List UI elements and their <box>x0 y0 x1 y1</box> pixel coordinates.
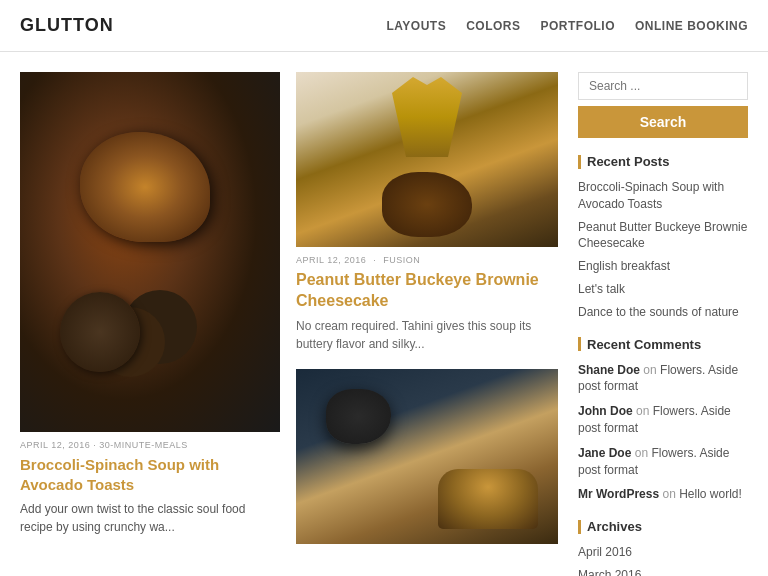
food-image-3 <box>296 369 558 544</box>
main-nav: LAYOUTS COLORS PORTFOLIO ONLINE BOOKING <box>386 19 748 33</box>
comment-4: Mr WordPress on Hello world! <box>578 486 748 503</box>
archives-title: Archives <box>578 519 748 534</box>
meta-separator: · <box>373 255 376 265</box>
post-excerpt-1: No cream required. Tahini gives this sou… <box>296 317 558 353</box>
comment-2-author: John Doe <box>578 404 633 418</box>
comment-4-on: on <box>662 487 679 501</box>
comment-1-on: on <box>643 363 660 377</box>
recent-post-3[interactable]: English breakfast <box>578 258 748 275</box>
comment-2-on: on <box>636 404 653 418</box>
post-card-1: APRIL 12, 2016 · FUSION Peanut Butter Bu… <box>296 72 558 353</box>
archive-1[interactable]: April 2016 <box>578 544 748 561</box>
recent-post-5[interactable]: Dance to the sounds of nature <box>578 304 748 321</box>
recent-posts-title: Recent Posts <box>578 154 748 169</box>
comment-1-author: Shane Doe <box>578 363 640 377</box>
comment-4-post[interactable]: Hello world! <box>679 487 742 501</box>
search-button[interactable]: Search <box>578 106 748 138</box>
featured-post-image <box>20 72 280 432</box>
comment-4-author: Mr WordPress <box>578 487 659 501</box>
archive-2[interactable]: March 2016 <box>578 567 748 576</box>
post-image-1 <box>296 72 558 247</box>
sidebar: Search Recent Posts Broccoli-Spinach Sou… <box>578 72 748 576</box>
nav-layouts[interactable]: LAYOUTS <box>386 19 446 33</box>
featured-post: APRIL 12, 2016 · 30-MINUTE-MEALS Broccol… <box>20 72 280 576</box>
search-input[interactable] <box>578 72 748 100</box>
main-container: APRIL 12, 2016 · 30-MINUTE-MEALS Broccol… <box>0 52 768 576</box>
post-meta-1: APRIL 12, 2016 · FUSION <box>296 255 558 265</box>
recent-post-2[interactable]: Peanut Butter Buckeye Brownie Cheesecake <box>578 219 748 253</box>
featured-post-title[interactable]: Broccoli-Spinach Soup with Avocado Toast… <box>20 455 280 494</box>
comment-2: John Doe on Flowers. Aside post format <box>578 403 748 437</box>
food-image-1 <box>20 72 280 432</box>
comment-3: Jane Doe on Flowers. Aside post format <box>578 445 748 479</box>
post-card-2 <box>296 369 558 544</box>
recent-posts-section: Recent Posts Broccoli-Spinach Soup with … <box>578 154 748 321</box>
recent-post-1[interactable]: Broccoli-Spinach Soup with Avocado Toast… <box>578 179 748 213</box>
nav-portfolio[interactable]: PORTFOLIO <box>540 19 615 33</box>
archives-section: Archives April 2016 March 2016 <box>578 519 748 576</box>
food-image-2 <box>296 72 558 247</box>
post-title-1[interactable]: Peanut Butter Buckeye Brownie Cheesecake <box>296 270 558 312</box>
nav-colors[interactable]: COLORS <box>466 19 520 33</box>
content-area: APRIL 12, 2016 · 30-MINUTE-MEALS Broccol… <box>20 72 558 576</box>
post-image-2 <box>296 369 558 544</box>
site-logo: GLUTTON <box>20 15 114 36</box>
comment-3-on: on <box>635 446 652 460</box>
comment-1: Shane Doe on Flowers. Aside post format <box>578 362 748 396</box>
featured-post-excerpt: Add your own twist to the classic soul f… <box>20 500 280 536</box>
posts-column: APRIL 12, 2016 · FUSION Peanut Butter Bu… <box>296 72 558 576</box>
nav-online-booking[interactable]: ONLINE BOOKING <box>635 19 748 33</box>
post-category-1: FUSION <box>383 255 420 265</box>
comment-3-author: Jane Doe <box>578 446 631 460</box>
post-date-1: APRIL 12, 2016 <box>296 255 366 265</box>
featured-post-meta: APRIL 12, 2016 · 30-MINUTE-MEALS <box>20 440 280 450</box>
recent-comments-section: Recent Comments Shane Doe on Flowers. As… <box>578 337 748 504</box>
recent-post-4[interactable]: Let's talk <box>578 281 748 298</box>
recent-comments-title: Recent Comments <box>578 337 748 352</box>
site-header: GLUTTON LAYOUTS COLORS PORTFOLIO ONLINE … <box>0 0 768 52</box>
